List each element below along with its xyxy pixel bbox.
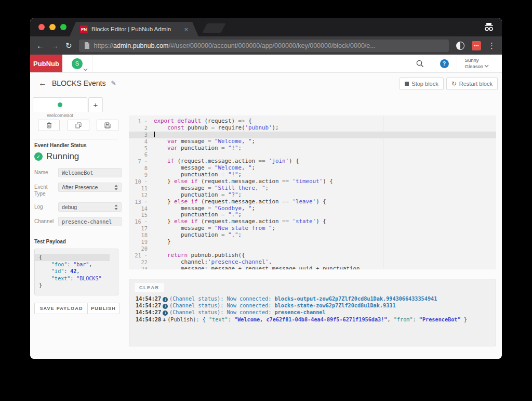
code-line-5[interactable]: 5 var punctuation = "!"; (129, 145, 496, 152)
tab-close-icon[interactable]: × (184, 25, 188, 33)
stepper-icon (114, 204, 118, 210)
code-token: ; (238, 191, 242, 198)
save-handler-button[interactable] (97, 120, 118, 131)
line-number: 5 (129, 145, 150, 152)
code-text (150, 245, 154, 252)
code-token: "text" (51, 276, 70, 281)
payload-line[interactable]: "foo": "bar", (35, 261, 118, 268)
clear-console-button[interactable]: CLEAR (135, 283, 164, 292)
address-bar[interactable]: https://admin.pubnub.com/#/user/000000/a… (79, 40, 449, 52)
code-token: ; (238, 171, 242, 178)
text-cursor (154, 132, 155, 137)
code-token (39, 262, 51, 267)
input-channel[interactable]: presence-channel (58, 217, 122, 226)
code-line-19[interactable]: 19 } (129, 239, 496, 245)
tab-welcomebot[interactable] (33, 97, 87, 112)
line-number: 22 (129, 259, 150, 266)
code-token: ; (265, 185, 269, 191)
code-token (154, 158, 167, 164)
field-label: Channel (34, 217, 58, 226)
code-token: 'leave' (292, 198, 316, 205)
field-label: Event Type (34, 183, 58, 197)
payload-line[interactable]: "id": 42, (35, 268, 118, 275)
forward-icon[interactable]: → (51, 41, 59, 50)
code-token: message (154, 164, 208, 171)
back-icon[interactable]: ← (36, 41, 44, 50)
code-token: "Welcome, " (215, 138, 252, 145)
code-token: message (154, 205, 208, 212)
code-token: == (259, 158, 265, 164)
edit-title-icon[interactable]: ✎ (111, 80, 116, 87)
code-token: 'timeout' (292, 178, 323, 185)
info-icon: i (163, 297, 168, 302)
code-token: == (282, 198, 289, 205)
select-event-type[interactable]: After Presence (58, 183, 122, 192)
user-menu[interactable]: Sunny Gleason (457, 55, 502, 72)
select-log[interactable]: debug (58, 202, 122, 212)
delete-handler-button[interactable] (38, 120, 60, 131)
help-button[interactable]: ? (432, 55, 457, 72)
contrast-extension-icon[interactable] (456, 41, 465, 50)
payload-line[interactable]: } (35, 282, 118, 289)
reload-icon[interactable]: ↻ (65, 41, 72, 50)
window-minimize-button[interactable] (49, 24, 56, 30)
red-extension-icon[interactable]: ••• (472, 41, 481, 50)
line-number: 17 (129, 225, 150, 232)
code-line-23[interactable]: 23 message: message + request.message.uu… (129, 266, 496, 269)
code-token: 'join' (269, 158, 289, 164)
code-token: 'pubnub' (245, 124, 272, 131)
code-line-2[interactable]: 2 const pubnub = require('pubnub'); (129, 125, 496, 132)
browser-tab[interactable]: PN Blocks Editor | PubNub Admin × (70, 22, 198, 36)
fold-icon[interactable]: · (141, 199, 148, 205)
line-number: 16 · (129, 218, 150, 225)
back-arrow-icon[interactable]: ← (38, 79, 47, 88)
stop-block-button[interactable]: Stop block (400, 77, 443, 90)
window-close-button[interactable] (38, 24, 45, 30)
search-button[interactable] (408, 55, 432, 72)
save-payload-button[interactable]: SAVE PAYLOAD (34, 303, 88, 314)
window-maximize-button[interactable] (60, 24, 66, 30)
account-switcher[interactable]: S (62, 55, 92, 72)
code-token: => (238, 118, 245, 124)
code-token: , (89, 262, 92, 267)
code-token: 'state' (292, 218, 316, 225)
fold-icon[interactable]: · (141, 118, 148, 124)
payload-line[interactable]: { (35, 254, 110, 261)
code-token: (Channel status): Now connected: (169, 296, 274, 302)
browser-toolbar: ← → ↻ https://admin.pubnub.com/#/user/00… (30, 36, 502, 55)
copy-handler-button[interactable] (68, 120, 89, 131)
add-handler-tab[interactable]: + (88, 97, 103, 112)
code-token: ; (252, 164, 256, 171)
payload-line[interactable]: "text": "BLOCKS" (35, 275, 118, 282)
code-line-18[interactable]: 18 punctuation = "."; (129, 232, 496, 239)
code-token: presence-channel (274, 309, 325, 315)
code-text: const pubnub = require('pubnub'); (150, 125, 279, 132)
user-name: Sunny Gleason (465, 57, 483, 70)
test-payload-editor[interactable]: { "foo": "bar", "id": 42, "text": "BLOCK… (34, 249, 118, 295)
new-tab-button[interactable] (202, 23, 226, 33)
avatar[interactable]: S (72, 58, 83, 69)
code-token: message: message + request.message.uuid … (154, 265, 363, 269)
browser-menu-icon[interactable]: ⋮ (488, 41, 496, 50)
code-token: (request) (201, 118, 238, 124)
code-token: "Still there, " (215, 185, 265, 191)
code-token: ) { (316, 198, 326, 205)
log-timestamp: 14:54:28 (136, 317, 161, 322)
fold-icon[interactable]: · (141, 252, 148, 258)
code-token: export default (154, 118, 201, 124)
fold-icon[interactable]: · (141, 218, 148, 225)
line-number: 3 (129, 132, 150, 138)
restart-block-button[interactable]: ↻ Restart block (446, 77, 498, 90)
handler-settings-form: NameWelcomeBotEvent TypeAfter PresenceLo… (34, 168, 122, 231)
code-editor[interactable]: 1 ·export default (request) => {2 const … (129, 115, 496, 269)
publish-button[interactable]: PUBLISH (87, 303, 119, 314)
fold-icon[interactable]: · (141, 178, 148, 185)
input-name[interactable]: WelcomeBot (58, 168, 122, 177)
code-token: blocks-state-zowG2p7Zlf20cd8u1Dak.9331 (274, 303, 395, 308)
code-token (154, 138, 167, 145)
code-token: return (167, 252, 188, 258)
fold-icon[interactable]: · (141, 158, 148, 164)
line-number: 20 (129, 245, 150, 252)
console-panel: CLEAR 14:54:27i(Channel status): Now con… (129, 279, 496, 346)
pubnub-logo[interactable]: PubNub (30, 55, 62, 72)
